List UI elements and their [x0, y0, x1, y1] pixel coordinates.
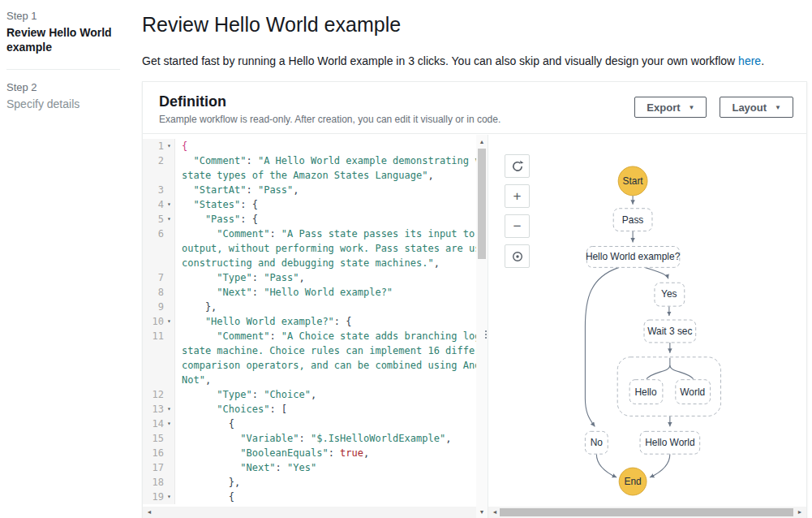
- scroll-down-icon[interactable]: ▼: [476, 507, 488, 518]
- line-number: 11: [143, 329, 164, 343]
- code-line: comparison operators, and can be combine…: [143, 358, 476, 373]
- center-view-button[interactable]: [505, 244, 530, 268]
- page-description-period: .: [761, 54, 764, 67]
- code-line: 5▾ "Pass": {: [143, 212, 476, 227]
- line-number: 1: [143, 139, 164, 153]
- code-fold-icon[interactable]: ▾: [164, 139, 174, 153]
- zoom-out-button[interactable]: −: [505, 214, 530, 238]
- code-text: state machine. Choice rules can implemen…: [175, 343, 476, 358]
- node-choice[interactable]: Hello World example?: [586, 247, 681, 268]
- scroll-up-icon[interactable]: ▲: [476, 136, 488, 148]
- code-fold-icon[interactable]: ▾: [164, 212, 174, 227]
- edge-helloworld-end: [650, 454, 670, 477]
- code-fold-spacer: [164, 285, 174, 300]
- code-line: 14▾ {: [143, 417, 476, 431]
- line-number: 19: [143, 490, 164, 504]
- line-number: 17: [143, 460, 164, 475]
- definition-card-header: Definition Example workflow is read-only…: [143, 82, 806, 134]
- code-fold-spacer: [164, 475, 174, 490]
- node-hello-label: Hello: [634, 386, 657, 398]
- node-pass-label: Pass: [622, 214, 644, 226]
- graph-horizontal-scroll-thumb[interactable]: [500, 508, 793, 516]
- line-number: 4: [143, 197, 164, 212]
- reset-view-button[interactable]: [505, 154, 530, 178]
- code-line: 13▾ "Choices": [: [143, 402, 476, 417]
- node-hello[interactable]: Hello: [629, 380, 663, 404]
- scroll-left-icon[interactable]: ◄: [144, 507, 154, 518]
- edge-choice-yes: [645, 267, 668, 278]
- definition-actions: Export ▼ Layout ▼: [634, 97, 793, 118]
- code-fold-icon[interactable]: ▾: [164, 314, 174, 329]
- code-text: },: [175, 475, 240, 490]
- code-text: "States": {: [175, 197, 258, 212]
- workflow-graph: Start Pass Hello World example? Yes: [488, 135, 806, 518]
- zoom-in-button[interactable]: +: [505, 184, 530, 208]
- line-number: 14: [143, 417, 164, 431]
- node-hello-world[interactable]: Hello World: [640, 431, 700, 454]
- code-line: 11 "Comment": "A Choice state adds branc…: [143, 329, 476, 343]
- code-line: 2 "Comment": "A Hello World example demo…: [143, 153, 476, 168]
- step-divider: [6, 69, 120, 70]
- node-pass[interactable]: Pass: [613, 209, 652, 231]
- node-world[interactable]: World: [676, 380, 711, 404]
- code-line: constructing and debugging state machine…: [143, 256, 476, 270]
- code-line: 12 "Type": "Choice",: [143, 387, 476, 402]
- node-start[interactable]: Start: [618, 166, 647, 196]
- code-editor[interactable]: 1▾{2 "Comment": "A Hello World example d…: [143, 135, 488, 518]
- code-line: state machine. Choice rules can implemen…: [143, 343, 476, 358]
- node-start-label: Start: [622, 175, 643, 187]
- wizard-step-2: Step 2 Specify details: [6, 81, 120, 111]
- editor-horizontal-scrollbar[interactable]: ◄: [143, 507, 476, 518]
- code-text: {: [175, 490, 234, 504]
- line-number: [143, 343, 164, 358]
- node-yes[interactable]: Yes: [655, 283, 685, 306]
- edge-choice-no: [585, 267, 619, 426]
- code-line: 3 "StartAt": "Pass",: [143, 183, 476, 197]
- code-text: "Type": "Pass",: [175, 270, 305, 285]
- code-text: "Hello World example?": {: [175, 314, 352, 329]
- code-fold-spacer: [164, 241, 174, 256]
- code-fold-spacer: [164, 183, 174, 197]
- code-fold-spacer: [164, 431, 174, 446]
- graph-horizontal-scrollbar[interactable]: ◄ ►: [488, 507, 806, 518]
- code-fold-icon[interactable]: ▾: [164, 197, 174, 212]
- code-text: },: [175, 300, 217, 314]
- line-number: [143, 358, 164, 373]
- workflow-graph-pane: + −: [488, 135, 806, 518]
- layout-button[interactable]: Layout ▼: [720, 97, 793, 118]
- edge-no-end: [596, 454, 617, 477]
- node-wait[interactable]: Wait 3 sec: [644, 320, 696, 343]
- code-fold-spacer: [164, 227, 174, 241]
- export-button[interactable]: Export ▼: [634, 97, 707, 118]
- code-fold-spacer: [164, 373, 174, 387]
- node-no[interactable]: No: [585, 431, 608, 454]
- caret-down-icon: ▼: [775, 104, 781, 111]
- code-line: 15 "Variable": "$.IsHelloWorldExample",: [143, 431, 476, 446]
- node-end[interactable]: End: [619, 468, 647, 495]
- code-fold-icon[interactable]: ▾: [164, 417, 174, 431]
- node-no-label: No: [591, 437, 604, 448]
- line-number: 8: [143, 285, 164, 300]
- scroll-right-icon[interactable]: ►: [795, 507, 805, 518]
- line-number: 12: [143, 387, 164, 402]
- plus-icon: +: [513, 188, 522, 205]
- code-line: 6 "Comment": "A Pass state passes its in…: [143, 227, 476, 241]
- design-workflow-link[interactable]: here: [738, 54, 761, 67]
- code-fold-icon[interactable]: ▾: [164, 490, 174, 504]
- refresh-icon: [511, 160, 524, 173]
- code-text: "Comment": "A Hello World example demons…: [175, 153, 476, 168]
- code-text: "StartAt": "Pass",: [175, 183, 299, 197]
- scroll-left-icon[interactable]: ◄: [490, 507, 500, 518]
- line-number: 9: [143, 300, 164, 314]
- editor-vertical-scroll-thumb[interactable]: [478, 149, 486, 259]
- step-2-title: Specify details: [6, 97, 120, 111]
- code-line: 9 },: [143, 300, 476, 314]
- code-text: "Comment": "A Choice state adds branchin…: [175, 329, 476, 343]
- code-lines: 1▾{2 "Comment": "A Hello World example d…: [143, 135, 476, 507]
- node-wait-label: Wait 3 sec: [647, 326, 692, 337]
- code-text: output, without performing work. Pass st…: [175, 241, 476, 256]
- wizard-step-1: Step 1 Review Hello World example: [6, 10, 120, 54]
- code-text: "Comment": "A Pass state passes its inpu…: [175, 227, 476, 241]
- code-fold-icon[interactable]: ▾: [164, 402, 174, 417]
- node-choice-label: Hello World example?: [586, 251, 681, 262]
